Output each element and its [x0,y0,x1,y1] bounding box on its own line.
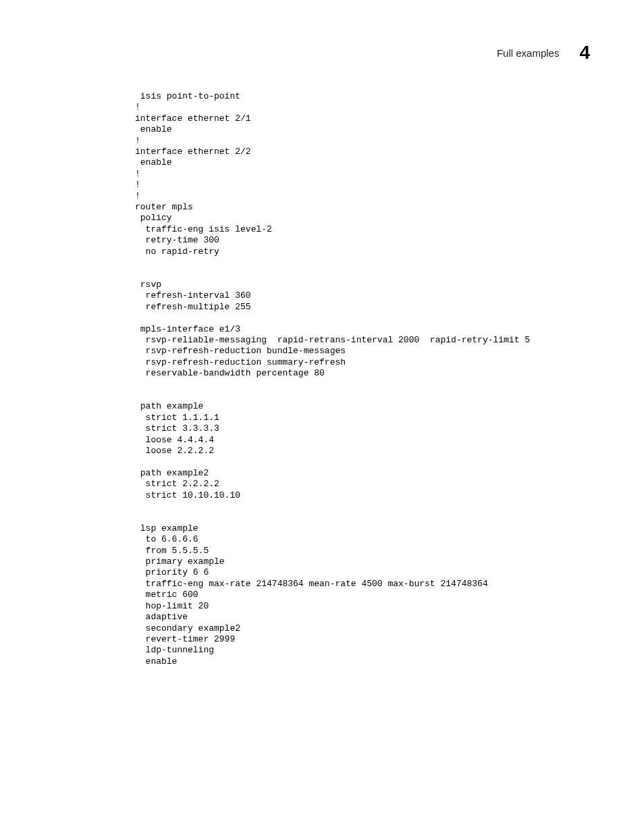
code-block: isis point-to-point ! interface ethernet… [135,91,590,667]
header-chapter-number: 4 [579,42,590,63]
header-section-title: Full examples [497,47,560,59]
page-header: Full examples 4 [497,42,590,63]
